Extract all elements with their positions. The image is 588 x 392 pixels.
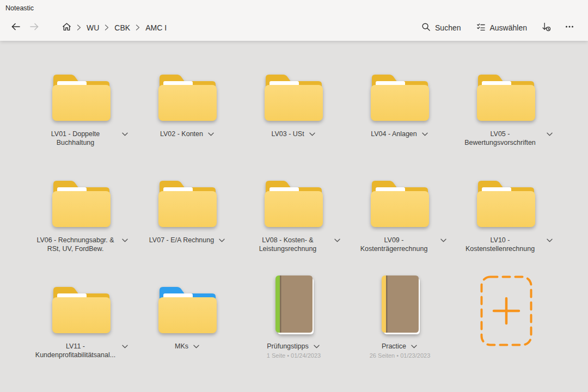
arrow-right-icon	[29, 21, 40, 34]
folder-tile[interactable]: LV02 - Konten	[134, 63, 241, 169]
tile-label: LV01 - Doppelte Buchhaltung	[34, 130, 117, 147]
tile-label: LV09 - Kostenträgerrechnung	[353, 236, 436, 253]
folder-tile[interactable]: LV05 - Bewertungsvorschriften	[453, 63, 559, 169]
folder-icon	[156, 283, 219, 338]
forward-button[interactable]	[25, 19, 44, 37]
navigation-toolbar: WUCBKAMC I Suchen Auswähle	[0, 14, 588, 41]
search-button[interactable]: Suchen	[416, 19, 465, 36]
tile-label: LV10 - Kostenstellenrechnung	[459, 236, 542, 253]
breadcrumb-item-cbk[interactable]: CBK	[111, 21, 133, 34]
tile-label: Practice	[382, 342, 406, 351]
back-button[interactable]	[7, 19, 25, 37]
chevron-down-icon[interactable]	[121, 238, 129, 243]
plus-icon	[480, 275, 532, 346]
chevron-down-icon[interactable]	[308, 132, 316, 137]
magnifier-icon	[421, 22, 431, 33]
chevron-down-icon[interactable]	[421, 132, 429, 137]
add-tile[interactable]	[453, 275, 559, 381]
folder-icon	[50, 283, 113, 338]
ellipsis-icon	[565, 22, 574, 33]
toolbar-actions: Suchen Auswählen	[416, 19, 578, 37]
chevron-right-icon	[136, 24, 140, 30]
folder-tile[interactable]: LV03 - USt	[241, 63, 347, 169]
folder-icon	[475, 70, 537, 125]
tile-label: LV04 - Anlagen	[371, 130, 417, 138]
home-button[interactable]	[59, 20, 75, 36]
folder-tile[interactable]: LV08 - Kosten- & Leistungsrechnung	[241, 169, 347, 275]
tile-meta: 26 Seiten • 01/23/2023	[370, 352, 431, 359]
chevron-down-icon[interactable]	[333, 238, 341, 243]
folder-icon	[369, 70, 431, 125]
tile-meta: 1 Seite • 01/24/2023	[267, 352, 321, 359]
breadcrumb-item-wu[interactable]: WU	[83, 21, 102, 34]
folder-tile[interactable]: LV04 - Anlagen	[347, 63, 453, 169]
content-area: LV01 - Doppelte Buchhaltung	[0, 41, 588, 392]
folder-icon	[50, 176, 113, 231]
folder-tile[interactable]: LV07 - E/A Rechnung	[134, 169, 241, 275]
app-title: Noteastic	[5, 4, 34, 12]
folder-tile[interactable]: LV10 - Kostenstellenrechnung	[453, 169, 559, 275]
titlebar: Noteastic	[0, 0, 588, 14]
folder-tile[interactable]: LV06 - Rechnungsabgr. & RSt, UV, FordBew…	[28, 169, 134, 275]
multiselect-checklist-icon	[476, 22, 486, 33]
breadcrumb: WUCBKAMC I	[59, 20, 170, 36]
folder-icon	[262, 176, 325, 231]
chevron-down-icon[interactable]	[546, 238, 554, 243]
chevron-down-icon[interactable]	[546, 132, 554, 137]
folder-icon	[50, 70, 113, 125]
chevron-down-icon[interactable]	[218, 238, 226, 243]
tile-label: LV03 - USt	[271, 130, 304, 138]
tile-label: LV06 - Rechnungsabgr. & RSt, UV, FordBew…	[34, 236, 117, 253]
folder-icon	[156, 176, 219, 231]
tile-label: LV11 - Kundenprofitabilitätsanal...	[34, 342, 117, 359]
chevron-down-icon[interactable]	[410, 344, 418, 349]
select-button[interactable]: Auswählen	[471, 19, 532, 36]
folder-tile[interactable]: MKs	[134, 275, 241, 381]
search-button-label: Suchen	[435, 23, 461, 32]
tile-label: LV08 - Kosten- & Leistungsrechnung	[247, 236, 329, 253]
more-button[interactable]	[561, 19, 578, 36]
chevron-down-icon[interactable]	[121, 344, 129, 349]
chevron-down-icon[interactable]	[192, 344, 200, 349]
notebook-icon	[378, 274, 422, 338]
chevron-down-icon[interactable]	[207, 132, 215, 137]
tile-label: MKs	[175, 342, 188, 351]
chevron-down-icon[interactable]	[121, 132, 129, 137]
add-dashed-box	[480, 275, 532, 346]
folder-icon	[369, 176, 431, 231]
content-grid: LV01 - Doppelte Buchhaltung	[0, 41, 560, 381]
folder-icon	[156, 70, 219, 125]
notebook-icon	[272, 274, 316, 338]
sort-button[interactable]	[537, 19, 555, 37]
breadcrumb-item-amc-i[interactable]: AMC I	[142, 21, 170, 34]
select-button-label: Auswählen	[490, 23, 528, 32]
notebook-tile[interactable]: Practice 26 Seiten • 01/23/2023	[347, 275, 453, 381]
folder-icon	[262, 70, 325, 125]
folder-tile[interactable]: LV09 - Kostenträgerrechnung	[347, 169, 453, 275]
tile-label: LV02 - Konten	[160, 130, 203, 138]
folder-icon	[475, 176, 537, 231]
tile-label: LV07 - E/A Rechnung	[149, 236, 214, 244]
chevron-right-icon	[77, 24, 81, 30]
sort-by-date-icon	[541, 22, 552, 34]
chevron-down-icon[interactable]	[313, 344, 321, 349]
folder-tile[interactable]: LV01 - Doppelte Buchhaltung	[28, 63, 134, 169]
arrow-left-icon	[10, 21, 21, 34]
tile-label: Prüfungstipps	[267, 342, 308, 351]
home-icon	[62, 22, 72, 34]
tile-label: LV05 - Bewertungsvorschriften	[459, 130, 542, 147]
app-header: Noteastic	[0, 0, 588, 41]
chevron-right-icon	[105, 24, 109, 30]
folder-tile[interactable]: LV11 - Kundenprofitabilitätsanal...	[28, 275, 134, 381]
notebook-tile[interactable]: Prüfungstipps 1 Seite • 01/24/2023	[241, 275, 347, 381]
chevron-down-icon[interactable]	[439, 238, 448, 243]
